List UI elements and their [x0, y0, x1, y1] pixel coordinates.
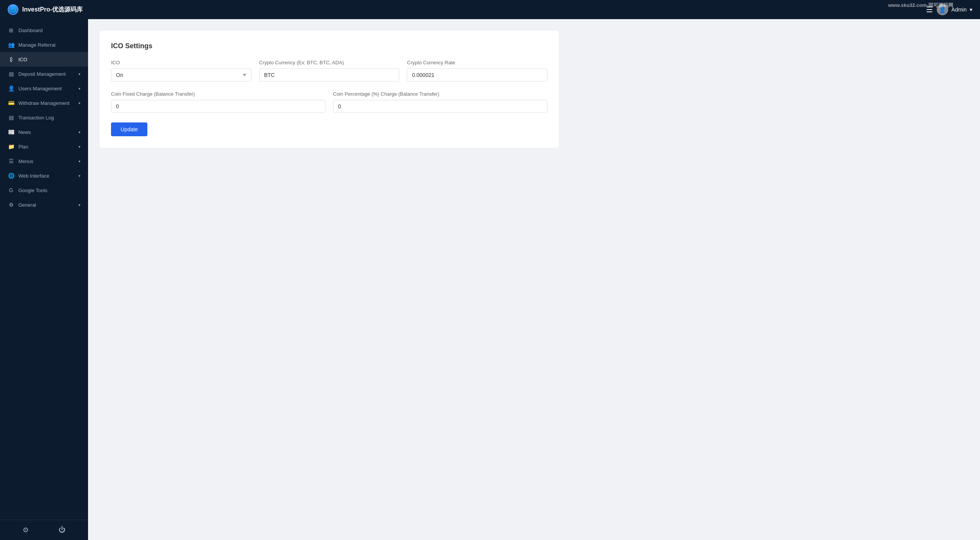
brand-name: InvestPro-优选源码库 [22, 6, 83, 14]
coin-percentage-charge-input[interactable] [333, 100, 547, 113]
crypto-currency-field-group: Crypto Currency (Ex: BTC, BTC, ADA) [259, 60, 400, 82]
watermark: www.sku32.com-同可源码网 [888, 2, 953, 9]
ico-icon: ₿ [8, 56, 15, 63]
user-label: Admin [951, 7, 967, 13]
chevron-icon-news: ▾ [78, 130, 80, 134]
sidebar-item-withdraw-management[interactable]: 💳Withdraw Management▾ [0, 96, 88, 110]
chevron-icon-withdraw-management: ▾ [78, 101, 80, 105]
withdraw-management-icon: 💳 [8, 100, 15, 106]
sidebar-item-label-ico: ICO [18, 57, 27, 62]
coin-fixed-charge-label: Coin Fixed Charge (Balance Transfer) [111, 91, 325, 97]
transaction-log-icon: ▤ [8, 114, 15, 121]
update-button[interactable]: Update [111, 122, 147, 136]
crypto-rate-input[interactable] [407, 69, 547, 82]
page-title: ICO Settings [111, 42, 547, 50]
manage-referral-icon: 👥 [8, 41, 15, 48]
google-tools-icon: G [8, 187, 15, 194]
sidebar-item-label-withdraw-management: Withdraw Management [18, 100, 70, 106]
sidebar: ⊞Dashboard👥Manage Referral₿ICO▤Deposit M… [0, 19, 88, 540]
deposit-management-icon: ▤ [8, 70, 15, 77]
sidebar-item-manage-referral[interactable]: 👥Manage Referral [0, 38, 88, 52]
ico-field-group: ICO On Off [111, 60, 252, 82]
sidebar-item-label-news: News [18, 129, 31, 135]
chevron-icon-deposit-management: ▾ [78, 72, 80, 76]
form-row-2: Coin Fixed Charge (Balance Transfer) Coi… [111, 91, 547, 113]
crypto-currency-input[interactable] [259, 69, 400, 82]
crypto-currency-label: Crypto Currency (Ex: BTC, BTC, ADA) [259, 60, 400, 65]
sidebar-item-label-deposit-management: Deposit Management [18, 71, 66, 77]
chevron-icon-users-management: ▾ [78, 86, 80, 91]
sidebar-item-label-dashboard: Dashboard [18, 28, 43, 33]
web-interface-icon: 🌐 [8, 172, 15, 179]
power-footer-icon[interactable]: ⏻ [59, 526, 65, 534]
brand-icon: 🌐 [8, 4, 18, 15]
sidebar-item-label-transaction-log: Transaction Log [18, 115, 54, 121]
coin-percentage-charge-label: Coin Percentage (%) Charge (Balance Tran… [333, 91, 547, 97]
chevron-icon-plan: ▾ [78, 145, 80, 149]
crypto-rate-field-group: Crypto Currency Rate [407, 60, 547, 82]
brand: 🌐 InvestPro-优选源码库 [8, 4, 918, 15]
plan-icon: 📁 [8, 143, 15, 150]
sidebar-item-label-manage-referral: Manage Referral [18, 42, 56, 48]
sidebar-footer: ⚙ ⏻ [0, 520, 88, 540]
sidebar-item-label-users-management: Users Management [18, 86, 62, 91]
sidebar-item-label-plan: Plan [18, 144, 28, 150]
sidebar-item-google-tools[interactable]: GGoogle Tools [0, 183, 88, 197]
coin-fixed-charge-field-group: Coin Fixed Charge (Balance Transfer) [111, 91, 325, 113]
menus-icon: ☰ [8, 158, 15, 165]
dashboard-icon: ⊞ [8, 27, 15, 34]
sidebar-item-label-google-tools: Google Tools [18, 188, 47, 193]
sidebar-item-dashboard[interactable]: ⊞Dashboard [0, 23, 88, 38]
settings-footer-icon[interactable]: ⚙ [23, 526, 29, 534]
sidebar-item-transaction-log[interactable]: ▤Transaction Log [0, 110, 88, 125]
sidebar-item-plan[interactable]: 📁Plan▾ [0, 139, 88, 154]
sidebar-item-news[interactable]: 📰News▾ [0, 125, 88, 139]
general-icon: ⚙ [8, 201, 15, 208]
sidebar-item-label-menus: Menus [18, 158, 33, 164]
coin-percentage-charge-field-group: Coin Percentage (%) Charge (Balance Tran… [333, 91, 547, 113]
chevron-icon-general: ▾ [78, 203, 80, 207]
navbar: 🌐 InvestPro-优选源码库 ☰ www.sku32.com-同可源码网 … [0, 0, 980, 19]
sidebar-item-web-interface[interactable]: 🌐Web Interface▾ [0, 168, 88, 183]
sidebar-item-label-web-interface: Web Interface [18, 173, 49, 179]
ico-label: ICO [111, 60, 252, 65]
main-content: ICO Settings ICO On Off Crypto Currency … [88, 19, 980, 540]
sidebar-item-users-management[interactable]: 👤Users Management▾ [0, 81, 88, 96]
app-body: ⊞Dashboard👥Manage Referral₿ICO▤Deposit M… [0, 19, 980, 540]
page-card: ICO Settings ICO On Off Crypto Currency … [100, 31, 559, 148]
crypto-rate-label: Crypto Currency Rate [407, 60, 547, 65]
chevron-icon-menus: ▾ [78, 159, 80, 163]
users-management-icon: 👤 [8, 85, 15, 92]
sidebar-nav: ⊞Dashboard👥Manage Referral₿ICO▤Deposit M… [0, 19, 88, 520]
sidebar-item-menus[interactable]: ☰Menus▾ [0, 154, 88, 168]
chevron-down-icon: ▾ [970, 7, 972, 13]
ico-select[interactable]: On Off [111, 69, 252, 82]
chevron-icon-web-interface: ▾ [78, 174, 80, 178]
sidebar-item-general[interactable]: ⚙General▾ [0, 197, 88, 212]
sidebar-item-ico[interactable]: ₿ICO [0, 52, 88, 67]
form-row-1: ICO On Off Crypto Currency (Ex: BTC, BTC… [111, 60, 547, 82]
sidebar-item-label-general: General [18, 202, 36, 208]
sidebar-item-deposit-management[interactable]: ▤Deposit Management▾ [0, 67, 88, 81]
news-icon: 📰 [8, 129, 15, 135]
coin-fixed-charge-input[interactable] [111, 100, 325, 113]
